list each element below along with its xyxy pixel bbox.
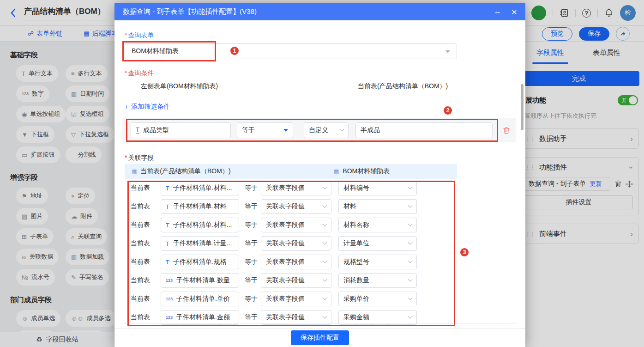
row-mode-value: 关联表字段值 bbox=[266, 276, 305, 285]
relation-row: 当前表 123子件材料清单.单价 等于 关联表字段值 采购单价 bbox=[125, 290, 516, 308]
relation-row: 当前表 123子件材料清单.金额 等于 关联表字段值 采购金额 bbox=[125, 308, 516, 327]
row-field-select[interactable]: 123子件材料清单.数量 bbox=[161, 273, 239, 288]
row-field-select[interactable]: T子件材料清单.规格 bbox=[161, 255, 239, 269]
row-mode-select[interactable]: 关联表字段值 bbox=[261, 218, 331, 232]
query-condition-label: 查询条件 bbox=[125, 69, 154, 78]
relation-row: 当前表 T子件材料清单.材料 等于 关联表字段值 材料 bbox=[125, 197, 516, 216]
row-field-select[interactable]: 123子件材料清单.单价 bbox=[161, 292, 239, 306]
row-field-select[interactable]: T子件材料清单.材料... bbox=[161, 218, 239, 232]
row-value-select[interactable]: 材料名称 bbox=[338, 218, 417, 232]
row-mode-value: 关联表字段值 bbox=[266, 295, 305, 303]
table-icon: ▦ bbox=[334, 168, 339, 175]
condition-value-input[interactable]: 半成品 bbox=[355, 122, 493, 138]
row-value-text: 材料编号 bbox=[343, 184, 369, 192]
row-mode-value: 关联表字段值 bbox=[266, 239, 305, 248]
content-cut-divider bbox=[125, 323, 516, 323]
field-type-icon: 123 bbox=[166, 297, 173, 301]
row-field-value: 子件材料清单.材料... bbox=[173, 221, 232, 229]
row-value-select[interactable]: 材料 bbox=[338, 199, 417, 214]
row-operator: 等于 bbox=[245, 295, 258, 303]
relation-row: 当前表 123子件材料清单.数量 等于 关联表字段值 消耗数量 bbox=[125, 271, 516, 290]
row-mode-value: 关联表字段值 bbox=[266, 221, 305, 229]
row-value-text: 消耗数量 bbox=[343, 276, 369, 285]
row-mode-select[interactable]: 关联表字段值 bbox=[261, 255, 331, 269]
close-icon[interactable]: × bbox=[512, 7, 517, 17]
delete-condition-button[interactable] bbox=[503, 127, 510, 134]
row-operator: 等于 bbox=[245, 258, 258, 266]
row-table-label: 当前表 bbox=[131, 202, 150, 211]
chevron-down-icon bbox=[323, 240, 327, 244]
row-table-label: 当前表 bbox=[131, 221, 150, 229]
chevron-down-icon bbox=[408, 203, 413, 207]
relation-right-table: ▦ BOM材料辅助表 bbox=[334, 167, 390, 176]
field-type-icon: T bbox=[166, 241, 169, 247]
chevron-down-icon bbox=[323, 203, 327, 207]
query-form-select[interactable]: BOM材料辅助表 bbox=[125, 43, 457, 59]
row-table-label: 当前表 bbox=[131, 313, 150, 322]
row-field-value: 子件材料清单.材料 bbox=[173, 202, 227, 211]
row-field-select[interactable]: T子件材料清单.材料... bbox=[161, 181, 239, 195]
field-type-icon: T bbox=[166, 259, 169, 265]
row-table-label: 当前表 bbox=[131, 239, 150, 248]
divider bbox=[125, 95, 516, 95]
chevron-down-icon bbox=[408, 184, 413, 189]
select-arrow-icon bbox=[283, 129, 288, 132]
row-value-text: 材料 bbox=[343, 202, 356, 211]
chevron-down-icon bbox=[340, 127, 344, 131]
row-table-label: 当前表 bbox=[131, 276, 150, 285]
row-mode-select[interactable]: 关联表字段值 bbox=[261, 236, 331, 251]
add-filter-condition-link[interactable]: + 添加筛选条件 bbox=[125, 103, 170, 111]
row-value-select[interactable]: 采购单价 bbox=[338, 292, 417, 306]
row-value-select[interactable]: 计量单位 bbox=[338, 236, 417, 251]
row-field-value: 子件材料清单.计量... bbox=[173, 239, 232, 248]
row-mode-select[interactable]: 关联表字段值 bbox=[261, 181, 331, 195]
save-plugin-config-button[interactable]: 保存插件配置 bbox=[291, 330, 349, 345]
relation-row: 当前表 T子件材料清单.材料... 等于 关联表字段值 材料名称 bbox=[125, 216, 516, 234]
row-mode-select[interactable]: 关联表字段值 bbox=[261, 292, 331, 306]
condition-field-select[interactable]: T 成品类型 bbox=[131, 122, 231, 138]
relation-table-header: ▦ 当前表(产品结构清单（BOM）) ▦ BOM材料辅助表 bbox=[125, 164, 457, 179]
row-value-text: 计量单位 bbox=[343, 239, 369, 248]
row-operator: 等于 bbox=[245, 313, 258, 322]
chevron-down-icon bbox=[408, 240, 413, 244]
row-field-select[interactable]: T子件材料清单.计量... bbox=[161, 236, 239, 251]
relation-row: 当前表 T子件材料清单.材料... 等于 关联表字段值 材料编号 bbox=[125, 179, 516, 197]
row-table-label: 当前表 bbox=[131, 258, 150, 266]
row-mode-select[interactable]: 关联表字段值 bbox=[261, 199, 331, 214]
row-value-select[interactable]: 规格型号 bbox=[338, 255, 417, 269]
row-value-select[interactable]: 材料编号 bbox=[338, 181, 417, 195]
row-value-text: 采购金额 bbox=[343, 313, 369, 322]
row-table-label: 当前表 bbox=[131, 184, 150, 192]
row-mode-value: 关联表字段值 bbox=[266, 202, 305, 211]
row-value-select[interactable]: 消耗数量 bbox=[338, 273, 417, 288]
row-value-text: 采购单价 bbox=[343, 295, 369, 303]
condition-field-value: 成品类型 bbox=[143, 126, 169, 134]
row-mode-value: 关联表字段值 bbox=[266, 258, 305, 266]
row-operator: 等于 bbox=[245, 276, 258, 285]
relation-row: 当前表 T子件材料清单.计量... 等于 关联表字段值 计量单位 bbox=[125, 234, 516, 253]
row-mode-value: 关联表字段值 bbox=[266, 184, 305, 192]
condition-operator-select[interactable]: 等于 bbox=[237, 122, 293, 138]
chevron-down-icon bbox=[323, 295, 327, 300]
modal-body: 查询表单 BOM材料辅助表 查询条件 左侧表单(BOM材料辅助表) 当前表(产品… bbox=[114, 20, 525, 328]
field-type-icon: T bbox=[166, 185, 169, 191]
relation-rows: 当前表 T子件材料清单.材料... 等于 关联表字段值 材料编号 当前表 T子件… bbox=[125, 179, 516, 327]
row-field-value: 子件材料清单.材料... bbox=[173, 184, 232, 192]
row-operator: 等于 bbox=[245, 239, 258, 248]
modal-scrollbar-thumb[interactable] bbox=[521, 84, 524, 130]
row-field-select[interactable]: T子件材料清单.材料 bbox=[161, 199, 239, 214]
modal-title: 数据查询 - 到子表单【功能插件配置】(V38) bbox=[123, 7, 257, 16]
row-mode-select[interactable]: 关联表字段值 bbox=[261, 273, 331, 288]
row-operator: 等于 bbox=[245, 221, 258, 229]
row-table-label: 当前表 bbox=[131, 295, 150, 303]
condition-mode-select[interactable]: 自定义 bbox=[304, 122, 349, 138]
query-form-value: BOM材料辅助表 bbox=[132, 47, 179, 55]
relation-left-table: ▦ 当前表(产品结构清单（BOM）) bbox=[132, 167, 231, 176]
chevron-down-icon bbox=[323, 258, 327, 263]
condition-right-header: 当前表(产品结构清单（BOM）) bbox=[358, 82, 448, 91]
condition-mode-value: 自定义 bbox=[309, 126, 328, 134]
row-field-value: 子件材料清单.单价 bbox=[176, 295, 230, 303]
chevron-down-icon bbox=[408, 295, 413, 300]
condition-operator-value: 等于 bbox=[242, 126, 255, 134]
expand-icon[interactable]: ↔ bbox=[494, 8, 501, 15]
